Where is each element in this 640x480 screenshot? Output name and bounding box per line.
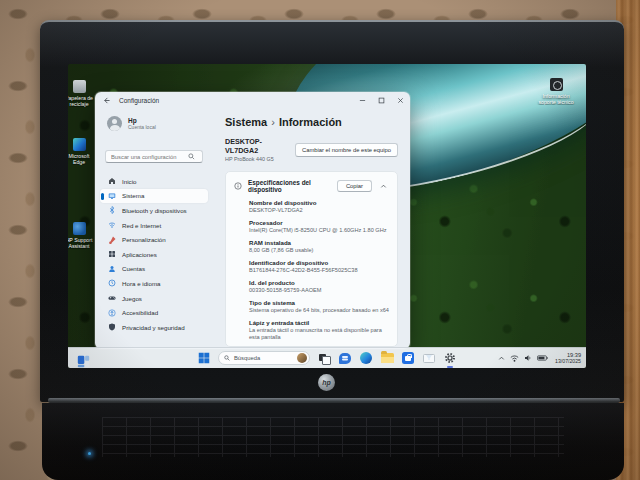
specs-card-title: Especificaciones del dispositivo: [248, 179, 337, 193]
minimize-button[interactable]: [353, 92, 372, 108]
accounts-icon: [108, 265, 116, 273]
close-button[interactable]: [391, 92, 410, 108]
account-name: Hp: [128, 117, 156, 124]
spec-value: 8,00 GB (7,86 GB usable): [249, 247, 389, 253]
settings-icon[interactable]: [443, 351, 457, 365]
desktop-icon-label: Microsoft Edge: [68, 153, 96, 165]
rename-pc-button[interactable]: Cambiar el nombre de este equipo: [295, 143, 398, 157]
settings-window: Configuración Hp Cuenta local: [95, 92, 410, 349]
start-button[interactable]: [197, 351, 211, 365]
back-icon[interactable]: [103, 97, 110, 104]
desktop-icon-support-info[interactable]: Información soporte técnico: [534, 78, 578, 105]
edge-icon: [73, 138, 86, 151]
window-titlebar: Configuración: [95, 92, 410, 108]
wifi-icon[interactable]: [510, 354, 519, 363]
sidebar-item-hora-idioma[interactable]: Hora e idioma: [100, 276, 208, 291]
widgets-icon[interactable]: [76, 355, 90, 369]
window-title: Configuración: [119, 97, 159, 104]
taskbar: Búsqueda: [68, 347, 586, 368]
spec-value: Intel(R) Core(TM) i5-8250U CPU @ 1.60GHz…: [249, 227, 389, 233]
personalization-icon: [108, 236, 116, 244]
account-type: Cuenta local: [128, 124, 156, 130]
clock-date: 13/07/2025: [555, 358, 581, 365]
mail-icon[interactable]: [422, 351, 436, 365]
copy-button[interactable]: Copiar: [337, 180, 372, 192]
account-row[interactable]: Hp Cuenta local: [107, 116, 156, 131]
sidebar-item-bluetooth[interactable]: Bluetooth y dispositivos: [100, 203, 208, 218]
apps-icon: [108, 250, 116, 258]
settings-search-box[interactable]: [105, 150, 203, 163]
device-model: HP ProBook 440 G5: [225, 156, 295, 162]
wifi-icon: [108, 221, 116, 229]
active-app-indicator: [447, 366, 453, 368]
spec-label: Nombre del dispositivo: [249, 199, 389, 206]
clock[interactable]: 19:39 13/07/2025: [555, 352, 581, 365]
games-icon: [108, 294, 116, 302]
page-title: Información: [279, 116, 342, 128]
sidebar-item-aplicaciones[interactable]: Aplicaciones: [100, 247, 208, 262]
spec-label: Identificador de dispositivo: [249, 259, 389, 266]
support-info-icon: [550, 78, 563, 91]
hidden-icons-chevron[interactable]: [498, 355, 505, 362]
system-icon: [108, 192, 116, 200]
accessibility-icon: [108, 309, 116, 317]
task-view-icon[interactable]: [317, 351, 331, 365]
device-name: DESKTOP-VL7DGA2: [225, 137, 295, 155]
spec-value: B1761844-276C-42D2-B455-F56F5025C38: [249, 267, 389, 273]
avatar: [107, 116, 122, 131]
desktop-icon-label: Papelera de reciclaje: [68, 95, 96, 107]
device-specs-card: Especificaciones del dispositivo Copiar …: [225, 171, 398, 347]
spec-label: Tipo de sistema: [249, 299, 389, 306]
clock-icon: [108, 279, 116, 287]
maximize-button[interactable]: [372, 92, 391, 108]
keyboard: [102, 417, 564, 457]
search-icon: [224, 355, 230, 361]
shield-icon: [108, 323, 116, 331]
breadcrumb-parent[interactable]: Sistema: [225, 116, 267, 128]
desktop-icon-edge[interactable]: Microsoft Edge: [68, 138, 96, 165]
file-explorer-icon[interactable]: [380, 351, 394, 365]
spec-label: RAM instalada: [249, 239, 389, 246]
system-tray: 19:39 13/07/2025: [498, 348, 581, 368]
settings-search-input[interactable]: [106, 154, 188, 160]
recycle-bin-icon: [73, 80, 86, 93]
sidebar-item-inicio[interactable]: Inicio: [100, 174, 208, 189]
power-led: [88, 452, 91, 455]
sidebar-item-red[interactable]: Red e Internet: [100, 218, 208, 233]
desktop-icon-hp-support[interactable]: HP Support Assistant: [68, 222, 96, 249]
desktop-icon-label: Información soporte técnico: [534, 93, 578, 105]
spec-label: Lápiz y entrada táctil: [249, 319, 389, 326]
edge-icon[interactable]: [359, 351, 373, 365]
sidebar-item-privacidad[interactable]: Privacidad y seguridad: [100, 320, 208, 335]
hp-support-assistant-icon: [73, 222, 86, 235]
sidebar-item-sistema[interactable]: Sistema: [100, 189, 208, 204]
laptop-screen: Papelera de reciclaje Microsoft Edge HP …: [68, 64, 586, 368]
breadcrumb: Sistema › Información: [225, 116, 398, 128]
sidebar-item-accesibilidad[interactable]: Accesibilidad: [100, 305, 208, 320]
store-icon[interactable]: [401, 351, 415, 365]
taskbar-search[interactable]: Búsqueda: [218, 351, 310, 365]
chat-icon[interactable]: [338, 351, 352, 365]
sidebar-nav: Inicio Sistema Bluetooth y dispositivos …: [100, 174, 208, 335]
spec-label: Id. del producto: [249, 279, 389, 286]
hp-logo: hp: [318, 374, 335, 391]
settings-sidebar: Hp Cuenta local Inicio Sistema: [95, 108, 213, 349]
battery-icon[interactable]: [537, 354, 548, 362]
desktop-icon-recycle-bin[interactable]: Papelera de reciclaje: [68, 80, 96, 107]
chevron-up-icon[interactable]: [380, 183, 387, 190]
sidebar-item-juegos[interactable]: Juegos: [100, 291, 208, 306]
specs-list: Nombre del dispositivo DESKTOP-VL7DGA2 P…: [249, 199, 389, 341]
breadcrumb-separator: ›: [271, 116, 275, 128]
home-icon: [108, 177, 116, 185]
sidebar-item-cuentas[interactable]: Cuentas: [100, 262, 208, 277]
info-icon: [234, 182, 242, 190]
spec-value: La entrada táctil o manuscrita no está d…: [249, 327, 389, 340]
search-icon: [188, 153, 195, 160]
settings-main: Sistema › Información DESKTOP-VL7DGA2 HP…: [213, 108, 410, 349]
taskbar-search-label: Búsqueda: [234, 355, 297, 361]
device-header: DESKTOP-VL7DGA2 HP ProBook 440 G5 Cambia…: [225, 137, 398, 162]
laptop-keyboard-deck: [42, 403, 624, 480]
desktop-icon-label: HP Support Assistant: [68, 237, 96, 249]
volume-icon[interactable]: [524, 354, 532, 362]
sidebar-item-personalizacion[interactable]: Personalización: [100, 232, 208, 247]
